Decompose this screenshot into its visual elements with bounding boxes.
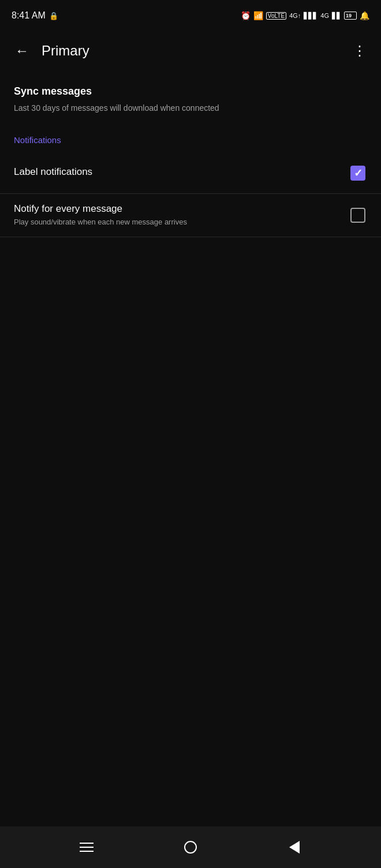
notify-every-message-checkbox[interactable] xyxy=(349,206,367,225)
navigation-bar xyxy=(0,826,381,868)
notify-every-message-subtitle: Play sound/vibrate when each new message… xyxy=(14,217,339,227)
battery-icon: 19 xyxy=(344,12,357,20)
checkbox-unchecked-icon xyxy=(350,208,365,223)
data-saver-icon: 🔔 xyxy=(360,11,369,20)
label-notifications-text: Label notifications xyxy=(14,166,339,180)
back-arrow-icon: ← xyxy=(15,43,29,59)
content-area: Sync messages Last 30 days of messages w… xyxy=(0,72,381,237)
back-button[interactable]: ← xyxy=(9,38,35,63)
status-bar: 8:41 AM 🔒 ⏰ 📶 VoLTE 4G↑ ▋▋▋ 4G ▋▋ 19 🔔 xyxy=(0,0,381,30)
sync-messages-description: Last 30 days of messages will download w… xyxy=(14,102,367,114)
status-time: 8:41 AM xyxy=(12,10,46,21)
app-bar: ← Primary ⋮ xyxy=(0,30,381,72)
alarm-icon: ⏰ xyxy=(241,11,251,20)
status-bar-left: 8:41 AM 🔒 xyxy=(12,10,58,21)
lock-icon: 🔒 xyxy=(49,12,58,20)
wifi-icon: 📶 xyxy=(253,11,263,20)
notify-every-message-title: Notify for every message xyxy=(14,203,339,215)
more-dots-icon: ⋮ xyxy=(353,43,365,59)
signal-4g-1-icon: 4G↑ xyxy=(289,12,301,19)
notify-every-message-text: Notify for every message Play sound/vibr… xyxy=(14,203,339,227)
label-notifications-title: Label notifications xyxy=(14,166,339,178)
signal-4g-2-icon: 4G xyxy=(320,12,329,19)
status-bar-right: ⏰ 📶 VoLTE 4G↑ ▋▋▋ 4G ▋▋ 19 🔔 xyxy=(241,11,369,20)
label-notifications-checkbox[interactable] xyxy=(349,164,367,182)
hamburger-icon xyxy=(80,843,94,852)
notifications-label: Notifications xyxy=(14,135,61,145)
signal-bars-2-icon: ▋▋ xyxy=(332,12,341,20)
checkbox-checked-icon xyxy=(350,166,365,181)
page-title: Primary xyxy=(42,43,346,59)
notifications-section-header: Notifications xyxy=(0,130,381,152)
label-notifications-item[interactable]: Label notifications xyxy=(0,152,381,194)
signal-bars-1-icon: ▋▋▋ xyxy=(304,12,318,20)
home-circle-icon xyxy=(184,841,197,854)
back-triangle-icon xyxy=(289,841,300,854)
nav-home-button[interactable] xyxy=(177,833,204,861)
notify-every-message-item[interactable]: Notify for every message Play sound/vibr… xyxy=(0,194,381,237)
nav-back-button[interactable] xyxy=(281,833,308,861)
volte-icon: VoLTE xyxy=(266,12,286,20)
sync-messages-section: Sync messages Last 30 days of messages w… xyxy=(0,72,381,130)
nav-menu-button[interactable] xyxy=(73,833,100,861)
more-options-button[interactable]: ⋮ xyxy=(346,38,372,63)
sync-messages-title: Sync messages xyxy=(14,85,367,98)
